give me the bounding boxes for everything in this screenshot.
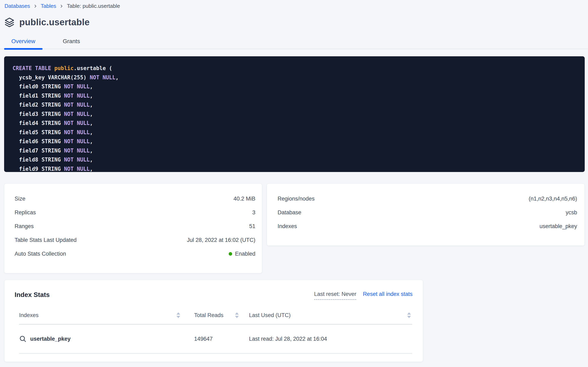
detail-label: Table Stats Last Updated xyxy=(15,237,77,243)
details-cards-row: Size40.2 MiBReplicas3Ranges51Table Stats… xyxy=(4,184,585,273)
detail-label: Ranges xyxy=(15,223,34,230)
detail-label: Size xyxy=(15,196,25,202)
code-token: field6 STRING xyxy=(13,138,64,144)
sort-arrows-icon xyxy=(235,312,240,318)
code-token: field4 STRING xyxy=(13,120,64,126)
index-stats-table: IndexesTotal ReadsLast Used (UTC) userta… xyxy=(19,306,412,354)
detail-row: Auto Stats CollectionEnabled xyxy=(15,247,255,261)
detail-label: Database xyxy=(278,209,301,216)
column-header-last-used[interactable]: Last Used (UTC) xyxy=(240,306,412,324)
index-name-cell[interactable]: usertable_pkey xyxy=(19,335,182,342)
breadcrumb: Databases Tables Table: public.usertable xyxy=(5,3,584,9)
detail-row: Databaseycsb xyxy=(278,206,577,219)
detail-row: Regions/nodes(n1,n2,n3,n4,n5,n6) xyxy=(278,192,577,206)
code-token: .usertable ( xyxy=(74,65,112,71)
page-header: public.usertable xyxy=(5,17,584,27)
code-line: field8 STRING NOT NULL, xyxy=(13,155,579,164)
code-token: NOT NULL xyxy=(64,83,90,90)
code-line: field9 STRING NOT NULL, xyxy=(13,164,579,172)
code-token: field2 STRING xyxy=(13,102,64,108)
detail-value: Jul 28, 2022 at 16:02 (UTC) xyxy=(187,237,255,243)
index-stats-card: Index Stats Last reset: Never Reset all … xyxy=(4,280,423,362)
code-token: , xyxy=(90,111,93,117)
detail-label: Replicas xyxy=(15,209,36,216)
code-line: field2 STRING NOT NULL, xyxy=(13,100,579,109)
code-token: field1 STRING xyxy=(13,93,64,99)
sort-down-icon xyxy=(235,316,239,318)
layers-icon xyxy=(5,17,14,27)
reset-index-stats-link[interactable]: Reset all index stats xyxy=(363,291,413,297)
chevron-right-icon xyxy=(59,4,64,8)
code-token: , xyxy=(90,102,93,108)
index-stats-header-row: IndexesTotal ReadsLast Used (UTC) xyxy=(19,306,412,325)
table-details-card: Size40.2 MiBReplicas3Ranges51Table Stats… xyxy=(4,184,262,273)
detail-value: ycsb xyxy=(566,209,577,216)
sort-arrows-icon xyxy=(176,312,182,318)
code-line: field1 STRING NOT NULL, xyxy=(13,91,579,100)
detail-value: 40.2 MiB xyxy=(233,196,255,202)
detail-value: usertable_pkey xyxy=(539,223,577,230)
code-token: NOT NULL xyxy=(64,157,90,163)
code-token: NOT NULL xyxy=(64,148,90,154)
sort-up-icon xyxy=(176,312,180,315)
tab-bar: Overview Grants xyxy=(0,38,588,49)
column-header-label: Total Reads xyxy=(194,312,224,318)
detail-row: Replicas3 xyxy=(15,206,255,219)
code-token: NOT NULL xyxy=(64,93,90,99)
code-line: ycsb_key VARCHAR(255) NOT NULL, xyxy=(13,73,579,82)
code-token: field3 STRING xyxy=(13,111,64,117)
breadcrumb-link-tables[interactable]: Tables xyxy=(41,3,56,9)
code-line: field6 STRING NOT NULL, xyxy=(13,137,579,146)
code-token: , xyxy=(90,120,93,126)
create-statement-code: CREATE TABLE public.usertable ( ycsb_key… xyxy=(4,56,585,172)
column-header-label: Last Used (UTC) xyxy=(249,312,291,318)
detail-value: Enabled xyxy=(229,251,255,257)
code-token: public xyxy=(54,65,74,71)
code-token: field5 STRING xyxy=(13,129,64,135)
code-token: NOT NULL xyxy=(64,120,90,126)
detail-value: (n1,n2,n3,n4,n5,n6) xyxy=(529,196,577,202)
code-token: NOT NULL xyxy=(64,138,90,144)
total-reads-value: 149647 xyxy=(182,336,240,342)
detail-label: Regions/nodes xyxy=(278,196,315,202)
code-token: NOT NULL xyxy=(64,111,90,117)
breadcrumb-current: Table: public.usertable xyxy=(67,3,120,9)
code-token: CREATE TABLE xyxy=(13,65,54,71)
column-header-total-reads[interactable]: Total Reads xyxy=(182,306,240,324)
detail-row: Indexesusertable_pkey xyxy=(278,219,577,233)
code-token: , xyxy=(90,148,93,154)
index-stats-table-row[interactable]: usertable_pkey149647Last read: Jul 28, 2… xyxy=(19,325,412,354)
tab-overview[interactable]: Overview xyxy=(4,38,42,49)
code-token: NOT NULL xyxy=(90,74,116,81)
chevron-right-icon xyxy=(33,4,37,8)
column-header-indexes[interactable]: Indexes xyxy=(19,306,182,324)
code-token: NOT NULL xyxy=(64,166,90,172)
tab-grants[interactable]: Grants xyxy=(52,38,91,49)
code-token: , xyxy=(90,166,93,172)
table-topology-card: Regions/nodes(n1,n2,n3,n4,n5,n6)Database… xyxy=(267,184,585,246)
detail-label: Auto Stats Collection xyxy=(15,251,66,257)
code-token: ycsb_key VARCHAR(255) xyxy=(13,74,90,81)
index-stats-title: Index Stats xyxy=(15,291,50,299)
code-token: field9 STRING xyxy=(13,166,64,172)
detail-label: Indexes xyxy=(278,223,297,230)
code-line: CREATE TABLE public.usertable ( xyxy=(13,64,579,73)
code-token: , xyxy=(90,83,93,90)
detail-value: 3 xyxy=(252,209,255,216)
sort-up-icon xyxy=(407,312,411,315)
code-token: field8 STRING xyxy=(13,157,64,163)
detail-value: 51 xyxy=(249,223,255,230)
sort-arrows-icon xyxy=(407,312,412,318)
sort-down-icon xyxy=(407,316,411,318)
code-token: , xyxy=(90,138,93,144)
status-dot-green-icon xyxy=(229,252,232,256)
code-token: NOT NULL xyxy=(64,102,90,108)
search-icon xyxy=(19,335,26,342)
breadcrumb-link-databases[interactable]: Databases xyxy=(5,3,30,9)
page-title: public.usertable xyxy=(19,17,90,27)
sort-up-icon xyxy=(235,312,239,315)
code-line: field0 STRING NOT NULL, xyxy=(13,82,579,91)
sort-down-icon xyxy=(176,316,180,318)
code-token: field7 STRING xyxy=(13,148,64,154)
last-used-value: Last read: Jul 28, 2022 at 16:04 xyxy=(240,336,412,342)
